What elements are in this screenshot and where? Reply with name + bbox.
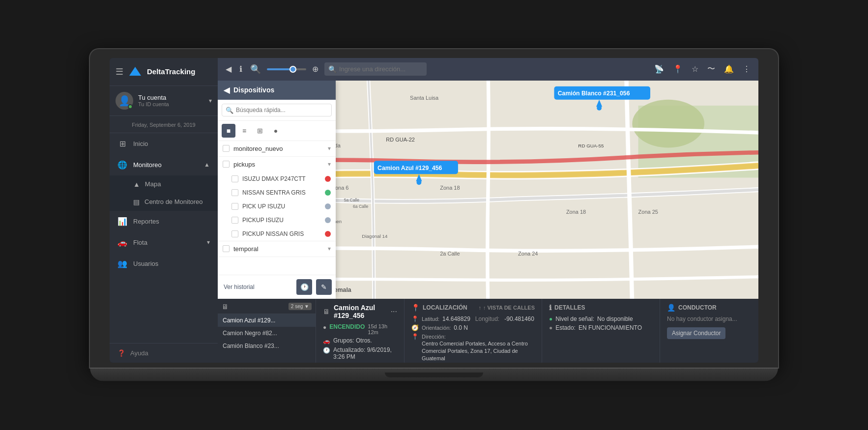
device-group-header-monitoreo-nuevo[interactable]: monitoreo_nuevo ▾ [218, 141, 336, 156]
device-view-controls: ■ ≡ ⊞ ● [218, 121, 336, 141]
device-group-header-pickups[interactable]: pickups ▾ [218, 157, 336, 172]
device-item-pickup-nissan[interactable]: PICKUP NISSAN GRIS [218, 227, 336, 241]
notification-icon[interactable]: 🔔 [722, 62, 736, 76]
vehicle-grupos: Grupos: Otros. [333, 337, 372, 344]
vehicle-sim: Numero de sim: +407182 [333, 362, 397, 363]
svg-text:Zona 18: Zona 18 [566, 208, 586, 214]
more-options-icon[interactable]: ⋮ [741, 62, 752, 76]
laptop-shell: ☰ DeltaTracking 👤 Tu cuenta Tu ID cuenta [90, 49, 778, 381]
zoom-in-btn[interactable]: ⊕ [310, 62, 320, 76]
group-chevron-monitoreo-nuevo: ▾ [328, 145, 331, 152]
localization-title-icon: 📍 [411, 304, 420, 312]
conductor-title-icon: 👤 [667, 304, 675, 312]
address-label: Dirección: [422, 334, 446, 340]
svg-marker-0 [129, 67, 141, 76]
sidebar-item-flota[interactable]: 🚗 Flota ▾ [110, 232, 218, 253]
status-time: 15d 13h 12m [368, 323, 397, 335]
satellite-icon[interactable]: 📡 [652, 62, 666, 76]
chart-icon[interactable]: 〜 [705, 62, 717, 76]
sidebar-item-centro-monitoreo[interactable]: ▤ Centro de Monitoreo [110, 193, 218, 211]
group-checkbox-monitoreo[interactable] [223, 145, 230, 152]
sidebar-item-monitoreo[interactable]: 🌐 Monitoreo ▲ [110, 154, 218, 175]
group-checkbox-pickups[interactable] [223, 161, 230, 168]
street-view-btn[interactable]: ↑ ↑ Vista de calles [478, 305, 535, 311]
help-icon: ❓ [117, 349, 125, 357]
address-value: Centro Comercial Portales, Acceso a Cent… [422, 340, 535, 363]
bottom-conductor: 👤 Conductor No hay conductor asigna... A… [660, 299, 758, 363]
zoom-out-btn[interactable]: 🔍 [248, 62, 263, 77]
info-btn[interactable]: ℹ [237, 62, 244, 76]
current-date: Friday, September 6, 2019 [132, 122, 195, 128]
edit-action-btn[interactable]: ✎ [316, 279, 332, 295]
device-checkbox-pickup-nissan[interactable] [231, 230, 238, 237]
monitoreo-icon: 🌐 [117, 160, 127, 170]
group-checkbox-temporal[interactable] [223, 245, 230, 252]
history-action-btn[interactable]: 🕐 [296, 279, 312, 295]
conductor-title-row: 👤 Conductor [667, 304, 752, 312]
device-group-temporal: temporal ▾ [218, 241, 336, 257]
device-item-pickup-isuzu-2[interactable]: PICKUP ISUZU [218, 213, 336, 227]
device-status-pickup-1 [325, 203, 331, 209]
device-group-header-temporal[interactable]: temporal ▾ [218, 241, 336, 257]
device-checkbox-isuzu-dmax[interactable] [231, 175, 238, 182]
device-item-isuzu-dmax[interactable]: ISUZU DMAX P247CTT [218, 172, 336, 186]
device-checkbox-pickup-isuzu-1[interactable] [231, 203, 238, 210]
sidebar-item-mapa[interactable]: ▲ Mapa [110, 175, 218, 193]
sidebar-item-inicio[interactable]: ⊞ Inicio [110, 133, 218, 154]
address-icon: 📍 [411, 333, 419, 340]
estado-row: ● Estado: EN FUNCIONAMIENTO [549, 324, 653, 331]
view-btn-grid[interactable]: ■ [222, 124, 235, 138]
vehicle-status-row: ● ENCENDIDO 15d 13h 12m [323, 323, 397, 335]
view-btn-dots[interactable]: ● [269, 124, 283, 138]
sidebar-item-usuarios[interactable]: 👥 Usuarios [110, 253, 218, 274]
device-search-input[interactable] [222, 104, 332, 116]
lat-value: 14.648829 [442, 315, 470, 322]
address-search-input[interactable] [324, 62, 427, 76]
vehicle-actualizado: Actualizado: 9/6/2019, 3:26 PM [333, 346, 397, 360]
localization-title-row: 📍 Localización ↑ ↑ Vista de calles [411, 304, 535, 312]
zoom-slider-thumb [289, 66, 296, 73]
reportes-icon: 📊 [117, 217, 127, 226]
monitor-icon: 🖥 [222, 303, 229, 311]
view-btn-list[interactable]: ≡ [237, 124, 251, 138]
vehicle-list-item-1[interactable]: Camion Negro #82... [218, 327, 316, 340]
lat-label: Latitud: [422, 316, 439, 322]
device-item-nissan-sentra[interactable]: NISSAN SENTRA GRIS [218, 186, 336, 200]
device-name-isuzu-dmax: ISUZU DMAX P247CTT [242, 175, 321, 182]
monitoreo-chevron-icon: ▲ [204, 161, 210, 168]
svg-point-30 [417, 180, 422, 185]
star-icon[interactable]: ☆ [690, 62, 700, 76]
vehicle-list-item-0[interactable]: Camion Azul #129... [218, 314, 316, 327]
orientation-label: Orientación: [422, 325, 451, 331]
usuarios-icon: 👥 [117, 259, 127, 268]
sidebar-item-reportes[interactable]: 📊 Reportes [110, 211, 218, 232]
assign-conductor-btn[interactable]: Asignar Conductor [667, 327, 725, 339]
sidebar-header: ☰ DeltaTracking [110, 58, 218, 86]
view-btn-tiles[interactable]: ⊞ [253, 124, 267, 138]
zoom-slider[interactable] [267, 68, 306, 70]
vehicle-status: ENCENDIDO [329, 323, 365, 330]
sidebar-bottom: ❓ Ayuda [110, 343, 218, 363]
user-section[interactable]: 👤 Tu cuenta Tu ID cuenta ▾ [110, 86, 218, 116]
flota-chevron-icon: ▾ [207, 239, 210, 246]
navigation-btn[interactable]: ◀ [224, 62, 233, 76]
street-view-icon: ↑ [478, 305, 481, 311]
location-icon[interactable]: 📍 [671, 62, 685, 76]
signal-indicator: ● [549, 315, 552, 322]
svg-text:Zona 24: Zona 24 [518, 251, 538, 257]
vehicle-detail-more-icon[interactable]: ··· [391, 307, 397, 316]
svg-point-4 [632, 99, 704, 147]
device-checkbox-nissan-sentra[interactable] [231, 189, 238, 196]
help-item[interactable]: ❓ Ayuda [117, 349, 210, 357]
vehicle-list-item-2[interactable]: Camión Blanco #23... [218, 340, 316, 352]
ver-historial-btn[interactable]: Ver historial [222, 282, 292, 292]
screen-bezel: ☰ DeltaTracking 👤 Tu cuenta Tu ID cuenta [90, 49, 778, 368]
device-status-pickup-nissan [325, 231, 331, 237]
timer-badge[interactable]: 2 seg ▼ [289, 303, 312, 310]
mapa-icon: ▲ [133, 180, 140, 188]
group-name-temporal: temporal [233, 245, 324, 253]
hamburger-icon[interactable]: ☰ [116, 66, 123, 77]
device-item-pickup-isuzu-1[interactable]: PICK UP ISUZU [218, 200, 336, 213]
device-checkbox-pickup-isuzu-2[interactable] [231, 217, 238, 224]
bottom-details: ℹ Detalles ● Nivel de señal: No disponib… [542, 299, 660, 363]
